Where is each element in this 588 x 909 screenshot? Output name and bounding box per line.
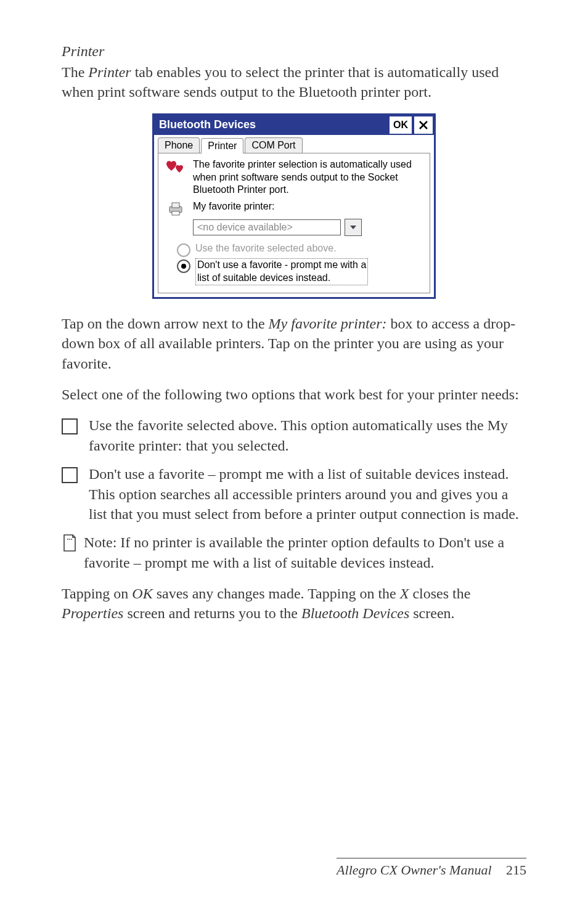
p2-em: My favorite printer: — [269, 316, 387, 332]
p2a: Tap on the down arrow next to the — [62, 316, 269, 332]
dialog-title-bar: Bluetooth Devices OK — [154, 115, 434, 135]
svg-point-5 — [71, 539, 72, 540]
section-heading: Printer — [62, 43, 526, 60]
list-item: Don't use a favorite – prompt me with a … — [62, 464, 526, 524]
tab-phone[interactable]: Phone — [158, 137, 200, 153]
footer-title: Allegro CX Owner's Manual — [337, 862, 491, 878]
paragraph-4: Tapping on OK saves any changes made. Ta… — [62, 584, 526, 624]
favorite-printer-label: My favorite printer: — [193, 200, 274, 213]
intro-text-a: The — [62, 64, 88, 80]
bullet-2-text: Don't use a favorite – prompt me with a … — [86, 464, 526, 524]
svg-point-4 — [69, 539, 70, 540]
svg-rect-1 — [172, 203, 179, 208]
tab-row: Phone Printer COM Port — [154, 135, 434, 153]
close-button[interactable] — [413, 115, 434, 135]
p4d: screen and returns you to the — [123, 605, 301, 621]
option-list: Use the favorite selected above. This op… — [62, 415, 526, 524]
note-text: Note: If no printer is available the pri… — [84, 532, 526, 573]
list-item: Use the favorite selected above. This op… — [62, 415, 526, 455]
dialog-screenshot: Bluetooth Devices OK Phone Printer COM P… — [152, 113, 436, 299]
checkbox-icon — [62, 467, 78, 483]
svg-point-3 — [67, 539, 68, 540]
radio-use-favorite[interactable] — [177, 243, 190, 257]
tab-panel: The favorite printer selection is automa… — [158, 153, 430, 293]
tab-printer[interactable]: Printer — [201, 138, 243, 153]
paragraph-2: Tap on the down arrow next to the My fav… — [62, 314, 526, 373]
note-paragraph: Note: If no printer is available the pri… — [62, 532, 526, 573]
intro-paragraph: The Printer tab enables you to select th… — [62, 62, 526, 102]
radio-prompt-list-label: Don't use a favorite - prompt me with a … — [195, 258, 368, 285]
tab-comport[interactable]: COM Port — [245, 137, 302, 153]
chevron-down-icon — [349, 224, 357, 231]
close-icon — [419, 120, 428, 130]
radio-use-favorite-label: Use the favorite selected above. — [195, 242, 337, 255]
dialog-title: Bluetooth Devices — [154, 115, 388, 135]
p4-em4: Bluetooth Devices — [301, 605, 409, 621]
printer-icon — [165, 200, 187, 218]
p4-em2: X — [400, 585, 409, 601]
ok-button[interactable]: OK — [388, 115, 413, 135]
radio2-line2: list of suitable devices instead. — [197, 272, 330, 283]
paragraph-3: Select one of the following two options … — [62, 385, 526, 404]
p4b: saves any changes made. Tapping on the — [153, 585, 400, 601]
p4-em1: OK — [132, 585, 152, 601]
combo-dropdown-button[interactable] — [345, 219, 362, 236]
checkbox-icon — [62, 418, 78, 434]
note-icon — [62, 534, 78, 552]
panel-description: The favorite printer selection is automa… — [193, 158, 423, 197]
p4e: screen. — [409, 605, 454, 621]
p4-em3: Properties — [62, 605, 123, 621]
svg-rect-2 — [172, 211, 179, 215]
p4c: closes the — [409, 585, 470, 601]
p4a: Tapping on — [62, 585, 132, 601]
intro-em: Printer — [88, 64, 131, 80]
footer-page-number: 215 — [506, 862, 526, 878]
favorite-printer-combo[interactable]: <no device available> — [193, 219, 341, 235]
hearts-icon — [165, 158, 187, 176]
radio-prompt-list[interactable] — [177, 259, 190, 273]
bullet-1-text: Use the favorite selected above. This op… — [86, 415, 526, 455]
page-footer: Allegro CX Owner's Manual 215 — [337, 858, 526, 878]
radio2-line1: Don't use a favorite - prompt me with a — [197, 259, 366, 270]
